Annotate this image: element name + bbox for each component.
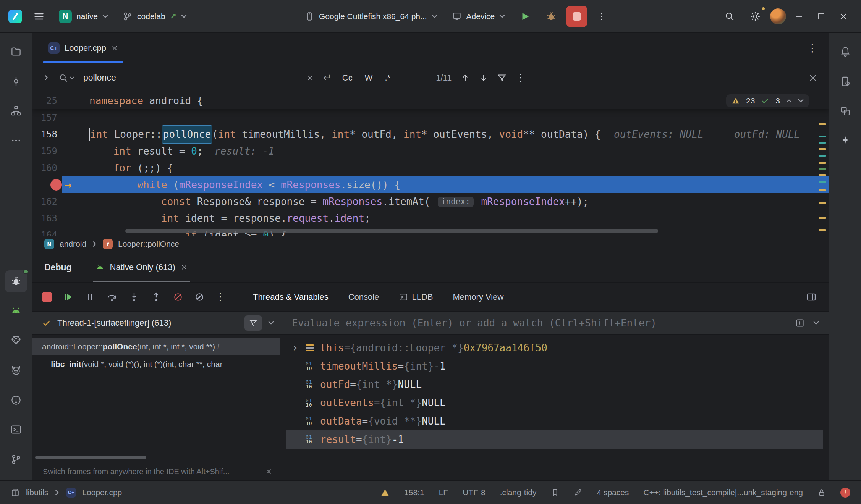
- status-module[interactable]: libutils: [26, 488, 48, 497]
- session-close-icon[interactable]: [181, 264, 188, 271]
- analysis-mark[interactable]: [819, 162, 826, 164]
- search-filter-icon[interactable]: [497, 73, 507, 82]
- editor-gutter[interactable]: 164: [32, 227, 89, 236]
- search-options-kebab-icon[interactable]: ⋮: [516, 72, 526, 84]
- editor-tab-looper-cpp[interactable]: C+ Looper.cpp: [43, 33, 123, 63]
- project-selector[interactable]: N native: [53, 6, 113, 27]
- error-indicator[interactable]: !: [840, 488, 850, 498]
- code-text[interactable]: while (mResponseIndex < mResponses.size(…: [89, 176, 829, 193]
- mute-breakpoints-icon[interactable]: [173, 292, 183, 302]
- user-avatar[interactable]: [770, 8, 786, 24]
- analysis-mark[interactable]: [819, 181, 826, 183]
- android-emulator-icon[interactable]: [1, 296, 31, 326]
- terminal-icon[interactable]: [1, 415, 31, 445]
- code-line[interactable]: → while (mResponseIndex < mResponses.siz…: [32, 176, 829, 193]
- settings-button[interactable]: [744, 6, 766, 27]
- analysis-mark[interactable]: [819, 123, 826, 125]
- newline-toggle[interactable]: ↵: [323, 72, 332, 84]
- thread-selector[interactable]: Thread-1-[surfaceflinger] (613): [32, 312, 280, 335]
- debug-stop-icon[interactable]: [42, 292, 52, 302]
- editor-gutter[interactable]: 162: [32, 193, 89, 210]
- more-actions-button[interactable]: [591, 6, 612, 27]
- vcs-branch-selector[interactable]: codelab ↗: [117, 6, 192, 27]
- app-quality-insights-icon[interactable]: [1, 326, 31, 355]
- highlighter-pen-icon[interactable]: [574, 488, 582, 497]
- variable-row[interactable]: 0110outEvents = {int *} NULL: [286, 394, 823, 412]
- tab-lldb[interactable]: LLDB: [399, 292, 433, 302]
- tab-options-kebab-icon[interactable]: ⋮: [807, 42, 829, 54]
- logcat-cat-icon[interactable]: [1, 355, 31, 385]
- debug-button[interactable]: [540, 6, 562, 27]
- structure-icon[interactable]: [1, 96, 31, 126]
- line-number[interactable]: 158: [41, 126, 57, 143]
- tab-threads-variables[interactable]: Threads & Variables: [253, 292, 329, 302]
- analysis-marks-strip[interactable]: [816, 92, 829, 236]
- commit-icon[interactable]: [1, 66, 31, 96]
- adevice-selector[interactable]: Adevice: [447, 6, 511, 27]
- code-line[interactable]: 163 int ident = response.request.ident;: [32, 210, 829, 227]
- stop-button[interactable]: [566, 6, 587, 27]
- tab-close-icon[interactable]: [111, 45, 118, 52]
- code-line[interactable]: 162 const Response& response = mResponse…: [32, 193, 829, 210]
- add-watch-icon[interactable]: [795, 318, 805, 328]
- step-out-icon[interactable]: [151, 291, 162, 303]
- bookmark-icon[interactable]: [551, 488, 559, 497]
- line-number[interactable]: 160: [41, 160, 57, 176]
- inspections-widget[interactable]: 23 3: [726, 94, 809, 107]
- window-maximize-button[interactable]: [812, 7, 830, 26]
- gemini-sparkle-icon[interactable]: [830, 126, 860, 156]
- editor-gutter[interactable]: 163: [32, 210, 89, 227]
- analysis-mark[interactable]: [819, 168, 826, 170]
- window-close-button[interactable]: [834, 7, 853, 26]
- problems-icon[interactable]: [1, 385, 31, 415]
- editor-gutter[interactable]: 157: [32, 109, 89, 126]
- main-menu-button[interactable]: [28, 6, 50, 27]
- stack-frame-row[interactable]: android::Looper::pollOnce(int, int *, in…: [32, 338, 280, 355]
- chevron-right-icon[interactable]: ›: [292, 342, 306, 353]
- editor-gutter[interactable]: 158: [32, 126, 89, 143]
- line-number[interactable]: 164: [41, 227, 57, 236]
- close-search-icon[interactable]: [808, 73, 817, 82]
- notifications-bell-icon[interactable]: [830, 37, 860, 66]
- variable-row[interactable]: 0110timeoutMillis = {int} -1: [286, 357, 823, 375]
- code-text[interactable]: int result = 0;result: -1: [89, 143, 829, 160]
- next-issue-chevron-icon[interactable]: [798, 99, 804, 103]
- variable-row[interactable]: 0110outData = {void **} NULL: [286, 412, 823, 430]
- analysis-mark[interactable]: [819, 136, 826, 137]
- code-line[interactable]: 158int Looper::pollOnce(int timeoutMilli…: [32, 126, 829, 143]
- editor-gutter[interactable]: 25: [32, 92, 89, 109]
- version-control-icon[interactable]: [1, 444, 31, 474]
- window-minimize-button[interactable]: [790, 7, 808, 26]
- hint-close-icon[interactable]: [265, 468, 272, 475]
- search-history-icon[interactable]: [58, 73, 74, 83]
- pause-icon[interactable]: [85, 292, 95, 302]
- code-editor[interactable]: 25 namespace android { 157158int Looper:…: [32, 92, 829, 236]
- analysis-mark[interactable]: [819, 189, 826, 191]
- analysis-mark[interactable]: [819, 142, 826, 144]
- breakpoint-icon[interactable]: [50, 179, 62, 191]
- run-button[interactable]: [514, 6, 536, 27]
- analysis-mark[interactable]: [819, 202, 826, 204]
- analysis-mark[interactable]: [819, 229, 826, 231]
- file-encoding[interactable]: UTF-8: [463, 488, 486, 497]
- previous-match-icon[interactable]: [461, 73, 470, 82]
- next-match-icon[interactable]: [479, 73, 488, 82]
- expand-replace-chevron-icon[interactable]: [44, 75, 49, 81]
- debug-session-tab[interactable]: Native Only (613): [93, 252, 190, 282]
- clang-tidy[interactable]: .clang-tidy: [500, 488, 537, 497]
- analysis-mark[interactable]: [819, 217, 826, 219]
- code-line[interactable]: 159 int result = 0;result: -1: [32, 143, 829, 160]
- search-everywhere-button[interactable]: [719, 6, 740, 27]
- view-breakpoints-icon[interactable]: [194, 292, 205, 302]
- layout-inspector-icon[interactable]: [830, 96, 860, 126]
- project-folder-icon[interactable]: [1, 37, 31, 66]
- code-text[interactable]: for (;;) {: [89, 160, 829, 176]
- status-file[interactable]: Looper.cpp: [82, 488, 122, 497]
- debug-tool-window-button[interactable]: [1, 267, 31, 296]
- horizontal-scrollbar[interactable]: [125, 229, 658, 233]
- code-text[interactable]: int ident = response.request.ident;: [89, 210, 829, 227]
- thread-filter-icon[interactable]: [244, 315, 262, 331]
- analysis-mark[interactable]: [819, 155, 826, 157]
- toolchain-config[interactable]: C++: libutils_test_compile|...unk_stagin…: [643, 488, 803, 497]
- prev-issue-chevron-icon[interactable]: [786, 99, 792, 103]
